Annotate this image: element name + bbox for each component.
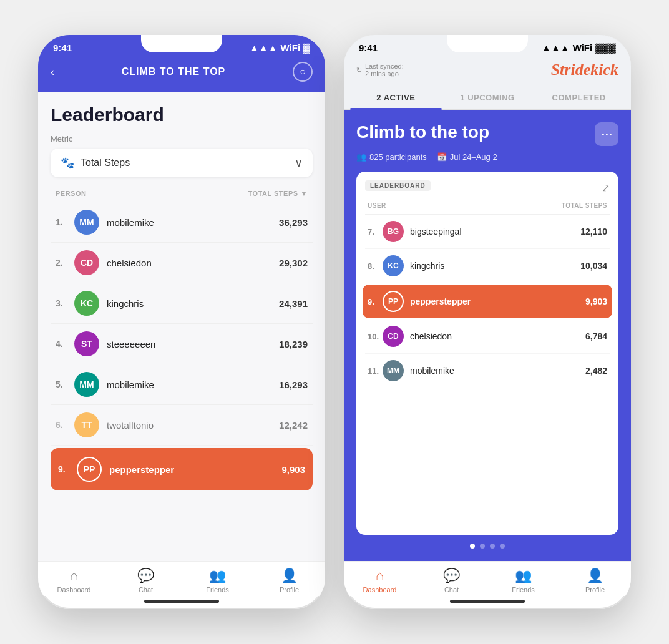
rank: 4. [56,339,74,349]
nav-item-profile[interactable]: 👤 Profile [559,568,631,593]
right-phone: 9:41 ▲▲▲ WiFi ▓▓▓ ↻ Last synced: 2 mins … [344,35,631,609]
sort-icon: ▼ [301,190,308,197]
step-count: 16,293 [279,379,308,390]
signal-icon: ▲▲▲ [542,42,570,53]
dashboard-icon: ⌂ [376,568,384,584]
stridekick-logo: Stridekick [551,61,618,79]
calendar-icon: 📅 [437,152,447,162]
card-table-row: 7. BG bigsteepingal 12,110 [365,215,610,249]
avatar: PP [383,291,404,312]
user-name: mobilemike [107,217,279,228]
dot-3[interactable] [490,544,495,549]
chat-icon: 💬 [443,568,460,584]
user-name: chelsiedon [107,258,279,268]
step-count: 24,391 [279,298,308,309]
expand-icon[interactable]: ⤢ [602,182,610,194]
table-row: 6. TT twotalltonio 12,242 [51,405,313,446]
avatar: BG [383,221,404,242]
header-title: CLIMB TO THE TOP [122,66,226,77]
home-indicator [144,600,219,603]
rank: 11. [368,366,383,376]
leaderboard-title: Leaderboard [51,104,313,125]
more-button[interactable]: ⋯ [595,122,618,146]
nav-item-dashboard[interactable]: ⌂ Dashboard [344,568,416,593]
user-name: kingchris [410,261,580,271]
avatar: PP [77,457,102,482]
step-count: 2,482 [585,366,607,376]
user-name: mobilemike [107,379,279,390]
back-button[interactable]: ‹ [51,66,54,79]
avatar: CD [383,326,404,347]
sync-icon: ↻ [356,66,362,74]
card-table-row-highlighted: 9. PP pepperstepper 9,903 [363,285,612,318]
metric-label: Metric [51,134,313,144]
tab-active[interactable]: 2 ACTIVE [350,87,442,109]
dot-1[interactable] [470,544,475,549]
user-name: bigsteepingal [410,227,580,237]
phone-notch [447,35,528,52]
nav-label-profile: Profile [280,586,299,593]
step-count: 12,110 [580,227,607,237]
tabs-row: 2 ACTIVE 1 UPCOMING COMPLETED [344,87,631,110]
card-table-header: USER TOTAL STEPS [365,202,610,215]
avatar: MM [74,372,99,397]
participants-icon: 👥 [356,152,366,162]
dashboard-icon: ⌂ [70,568,78,584]
sync-info: ↻ Last synced: 2 mins ago [356,62,404,77]
user-name: pepperstepper [410,296,585,306]
user-name: twotalltonio [107,420,279,431]
user-column-header: USER [368,202,386,209]
avatar: KC [74,291,99,316]
profile-icon: 👤 [587,568,603,584]
nav-item-friends[interactable]: 👥 Friends [182,568,253,593]
nav-item-chat[interactable]: 💬 Chat [110,568,182,593]
metric-selector-left: 🐾 Total Steps [61,156,130,170]
tab-completed[interactable]: COMPLETED [533,87,625,109]
user-name: pepperstepper [109,464,281,475]
leaderboard-list: 1. MM mobilemike 36,293 2. CD chelsiedon… [51,202,313,490]
table-row: 2. CD chelsiedon 29,302 [51,243,313,283]
avatar: CD [74,250,99,275]
step-count: 9,903 [281,464,305,475]
table-row: 5. MM mobilemike 16,293 [51,364,313,405]
user-name: kingchris [107,298,279,309]
user-name: steeeeeeen [107,339,279,349]
metric-selector[interactable]: 🐾 Total Steps ∨ [51,149,313,177]
nav-item-chat[interactable]: 💬 Chat [416,568,487,593]
user-name: mobilemike [410,366,585,376]
right-time: 9:41 [359,42,378,53]
card-table-row: 11. MM mobilemike 2,482 [365,354,610,388]
rank: 6. [56,420,74,430]
dot-4[interactable] [500,544,505,549]
header-chat-icon[interactable]: ○ [293,62,313,82]
chat-icon: 💬 [137,568,154,584]
friends-icon: 👥 [209,568,226,584]
nav-label-dashboard: Dashboard [57,586,91,593]
steps-column-header: TOTAL STEPS ▼ [248,190,308,197]
signal-icon: ▲▲▲ [250,42,278,53]
step-count: 36,293 [279,217,308,228]
avatar: TT [74,412,99,437]
participants-info: 👥 825 participants [356,152,427,162]
left-phone: 9:41 ▲▲▲ WiFi ▓ ‹ CLIMB TO THE TOP ○ Lea… [38,35,325,609]
participants-count: 825 participants [369,152,427,162]
left-bottom-nav: ⌂ Dashboard 💬 Chat 👥 Friends 👤 Profile [38,561,325,596]
nav-item-friends[interactable]: 👥 Friends [487,568,559,593]
step-count: 10,034 [580,261,607,271]
right-header: ↻ Last synced: 2 mins ago Stridekick [344,56,631,87]
battery-icon: ▓ [303,42,310,53]
person-column-header: PERSON [56,190,86,197]
nav-item-dashboard[interactable]: ⌂ Dashboard [38,568,110,593]
nav-label-friends: Friends [512,586,535,593]
left-time: 9:41 [53,42,72,53]
nav-label-chat: Chat [444,586,459,593]
nav-item-profile[interactable]: 👤 Profile [253,568,325,593]
tab-upcoming[interactable]: 1 UPCOMING [442,87,534,109]
rank: 2. [56,258,74,268]
table-row: 4. ST steeeeeeen 18,239 [51,324,313,364]
nav-label-profile: Profile [585,586,605,593]
steps-icon: 🐾 [61,156,74,170]
avatar: MM [383,360,404,381]
left-header: ‹ CLIMB TO THE TOP ○ [38,56,325,92]
dot-2[interactable] [480,544,485,549]
